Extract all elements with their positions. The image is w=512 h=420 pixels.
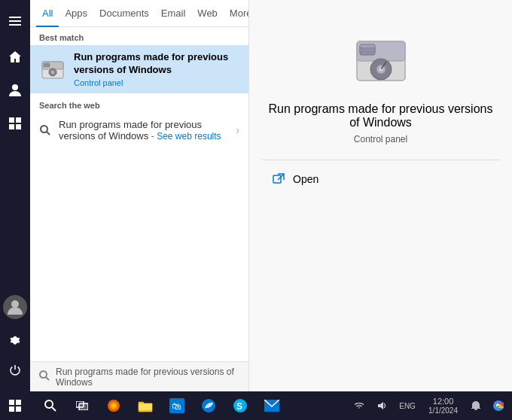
right-panel-subtitle: Control panel: [354, 134, 407, 145]
taskbar-app-store[interactable]: 🛍: [163, 391, 191, 420]
tab-all[interactable]: All: [36, 0, 59, 27]
best-match-title: Run programs made for previous versions …: [74, 51, 239, 77]
see-results-text: - See web results: [151, 131, 221, 142]
svg-text:S: S: [236, 401, 242, 412]
tab-bar: All Apps Documents Email Web More Feedba…: [30, 0, 248, 27]
svg-rect-0: [9, 17, 21, 18]
taskbar-app-edge[interactable]: [194, 391, 223, 420]
right-panel-icon: [351, 30, 411, 90]
tray-notifications[interactable]: [465, 391, 486, 420]
open-action[interactable]: Open: [249, 172, 318, 186]
settings-icon[interactable]: [0, 325, 30, 355]
sidebar: [0, 0, 30, 391]
svg-line-33: [52, 407, 56, 411]
taskbar: 🛍 S: [0, 391, 512, 420]
best-match-label: Best match: [30, 27, 248, 45]
web-search-item[interactable]: Run programs made for previous versions …: [30, 113, 248, 148]
search-bar: Run programs made for previous versions …: [30, 361, 248, 391]
svg-rect-35: [79, 403, 88, 410]
search-results: Best match Run programs made for previou…: [30, 27, 248, 361]
taskbar-app-search[interactable]: [36, 391, 65, 420]
tray-wifi[interactable]: [349, 391, 370, 420]
tab-documents[interactable]: Documents: [93, 0, 155, 27]
svg-point-12: [51, 71, 54, 74]
tab-email[interactable]: Email: [155, 0, 192, 27]
svg-point-14: [41, 126, 47, 132]
sidebar-home[interactable]: [0, 42, 30, 72]
svg-line-17: [46, 377, 49, 380]
taskbar-tray: ENG 12:00 1/1/2024: [349, 391, 512, 420]
right-panel: Run programs made for previous versions …: [248, 0, 512, 391]
user-avatar[interactable]: [3, 295, 27, 319]
svg-rect-26: [360, 48, 375, 52]
svg-rect-6: [9, 124, 14, 129]
web-section-label: Search the web: [30, 93, 248, 113]
search-bar-query[interactable]: Run programs made for previous versions …: [56, 367, 239, 388]
search-panel: All Apps Documents Email Web More Feedba…: [30, 0, 248, 391]
sidebar-bottom: [0, 295, 30, 391]
best-match-item[interactable]: Run programs made for previous versions …: [30, 45, 248, 93]
svg-rect-29: [16, 400, 21, 405]
svg-point-38: [112, 404, 116, 408]
svg-rect-7: [16, 124, 21, 129]
svg-rect-4: [9, 117, 14, 123]
search-icon: [39, 124, 51, 136]
svg-line-15: [47, 132, 50, 135]
best-match-app-icon: [39, 56, 66, 83]
svg-rect-27: [273, 175, 281, 183]
svg-point-16: [40, 371, 47, 378]
best-match-text: Run programs made for previous versions …: [74, 51, 239, 87]
tray-volume[interactable]: [371, 391, 392, 420]
tray-chrome[interactable]: [488, 391, 509, 420]
web-item-arrow: ›: [236, 124, 239, 136]
taskbar-app-task-view[interactable]: [68, 391, 96, 420]
taskbar-app-firefox[interactable]: [99, 391, 128, 420]
sidebar-person[interactable]: [0, 75, 30, 105]
tray-language[interactable]: ENG: [394, 391, 421, 420]
svg-text:🛍: 🛍: [172, 400, 181, 412]
svg-rect-28: [9, 400, 14, 405]
web-item-text: Run programs made for previous versions …: [59, 119, 228, 142]
taskbar-app-explorer[interactable]: [131, 391, 160, 420]
svg-rect-25: [360, 44, 375, 48]
svg-rect-13: [44, 63, 50, 67]
open-icon: [272, 172, 285, 186]
taskbar-app-mail[interactable]: [258, 391, 286, 420]
svg-rect-2: [9, 24, 21, 26]
right-panel-title: Run programs made for previous versions …: [249, 102, 512, 129]
best-match-subtitle: Control panel: [74, 78, 239, 87]
sidebar-apps[interactable]: [0, 108, 30, 138]
svg-rect-31: [16, 406, 21, 412]
svg-point-8: [11, 300, 19, 308]
sidebar-hamburger[interactable]: [0, 6, 30, 36]
open-label: Open: [293, 173, 318, 185]
svg-rect-1: [9, 20, 21, 22]
tab-web[interactable]: Web: [191, 0, 224, 27]
start-button[interactable]: [0, 391, 30, 420]
power-icon[interactable]: [0, 355, 30, 385]
search-bar-icon: [39, 370, 50, 383]
svg-rect-30: [9, 406, 14, 412]
taskbar-apps: 🛍 S: [36, 391, 286, 420]
divider: [262, 160, 498, 160]
svg-point-3: [12, 84, 18, 90]
taskbar-clock[interactable]: 12:00 1/1/2024: [422, 391, 464, 420]
svg-rect-5: [16, 117, 21, 123]
tab-apps[interactable]: Apps: [59, 0, 93, 27]
svg-point-32: [45, 400, 53, 408]
taskbar-app-skype[interactable]: S: [226, 391, 254, 420]
